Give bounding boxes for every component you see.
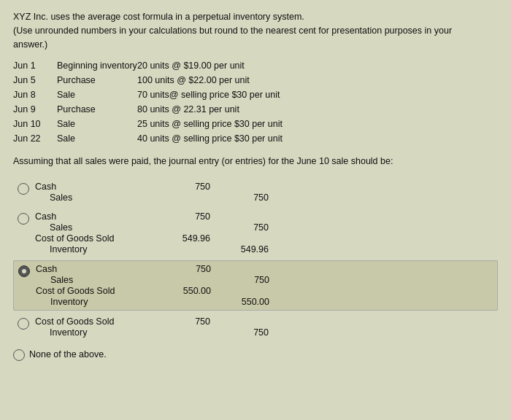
je-debit: 750 bbox=[167, 264, 218, 274]
je-account: Cash bbox=[35, 182, 166, 192]
inventory-row: Jun 1 Beginning inventory 20 units @ $19… bbox=[13, 58, 498, 73]
je-account: Cash bbox=[35, 211, 166, 222]
inv-label: Purchase bbox=[57, 73, 137, 88]
inv-label: Sale bbox=[57, 88, 137, 102]
inv-label: Sale bbox=[57, 131, 137, 146]
inv-date: Jun 10 bbox=[13, 117, 57, 131]
radio-A[interactable] bbox=[18, 183, 29, 195]
journal-entries-B: Cash750Sales750Cost of Goods Sold549.96I… bbox=[35, 211, 269, 254]
je-debit bbox=[166, 222, 218, 233]
je-credit: 750 bbox=[218, 275, 269, 285]
inventory-row: Jun 22 Sale 40 units @ selling price $30… bbox=[13, 131, 498, 146]
je-account: Inventory bbox=[35, 244, 166, 254]
je-debit bbox=[166, 192, 218, 203]
page-container: XYZ Inc. uses the average cost formula i… bbox=[0, 0, 511, 371]
je-account: Inventory bbox=[35, 327, 166, 338]
inv-detail: 100 units @ $22.00 per unit bbox=[137, 73, 498, 88]
je-account: Cost of Goods Sold bbox=[35, 316, 166, 327]
je-row: Sales750 bbox=[35, 222, 269, 233]
inv-detail: 25 units @ selling price $30 per unit bbox=[137, 117, 498, 131]
option-C[interactable]: Cash750Sales750Cost of Goods Sold550.00I… bbox=[13, 260, 498, 311]
journal-entries-A: Cash750Sales750 bbox=[35, 182, 269, 203]
je-account: Cash bbox=[36, 264, 167, 274]
option-content-A: Cash750Sales750 bbox=[35, 182, 269, 203]
option-A[interactable]: Cash750Sales750 bbox=[13, 179, 498, 206]
intro-block: XYZ Inc. uses the average cost formula i… bbox=[13, 10, 498, 51]
je-credit: 549.96 bbox=[218, 244, 269, 254]
inv-detail: 80 units @ 22.31 per unit bbox=[137, 102, 498, 117]
je-debit: 750 bbox=[166, 316, 218, 327]
radio-none[interactable] bbox=[13, 349, 25, 361]
je-credit: 750 bbox=[218, 327, 269, 338]
inventory-row: Jun 5 Purchase 100 units @ $22.00 per un… bbox=[13, 73, 498, 88]
je-row: Cost of Goods Sold550.00 bbox=[36, 286, 269, 296]
inventory-row: Jun 10 Sale 25 units @ selling price $30… bbox=[13, 117, 498, 131]
none-label: None of the above. bbox=[29, 349, 107, 359]
je-credit: 750 bbox=[218, 222, 269, 233]
option-content-B: Cash750Sales750Cost of Goods Sold549.96I… bbox=[35, 211, 269, 254]
inventory-table: Jun 1 Beginning inventory 20 units @ $19… bbox=[13, 58, 498, 146]
inv-date: Jun 5 bbox=[13, 73, 57, 88]
je-credit bbox=[218, 182, 269, 192]
inv-date: Jun 22 bbox=[13, 131, 57, 146]
intro-line2: (Use unrounded numbers in your calculati… bbox=[13, 24, 498, 38]
none-option[interactable]: None of the above. bbox=[13, 348, 498, 361]
je-credit: 550.00 bbox=[218, 297, 269, 307]
je-debit bbox=[167, 275, 218, 285]
je-debit: 550.00 bbox=[167, 286, 218, 296]
je-row: Inventory750 bbox=[35, 327, 269, 338]
inv-label: Beginning inventory bbox=[57, 58, 137, 73]
je-debit: 750 bbox=[166, 211, 218, 222]
radio-C[interactable] bbox=[18, 265, 30, 277]
je-row: Sales750 bbox=[36, 275, 269, 285]
je-debit bbox=[166, 327, 218, 338]
intro-line3: answer.) bbox=[13, 38, 498, 52]
je-credit: 750 bbox=[218, 192, 269, 203]
je-account: Sales bbox=[36, 275, 167, 285]
je-credit bbox=[218, 286, 269, 296]
je-row: Cash750 bbox=[36, 264, 269, 274]
je-debit bbox=[166, 244, 218, 254]
je-row: Cash750 bbox=[35, 182, 269, 192]
je-row: Inventory550.00 bbox=[36, 297, 269, 307]
je-row: Sales750 bbox=[35, 192, 269, 203]
inventory-row: Jun 9 Purchase 80 units @ 22.31 per unit bbox=[13, 102, 498, 117]
inv-date: Jun 8 bbox=[13, 88, 57, 102]
option-content-D: Cost of Goods Sold750Inventory750 bbox=[35, 316, 269, 338]
option-B[interactable]: Cash750Sales750Cost of Goods Sold549.96I… bbox=[13, 209, 498, 257]
je-account: Cost of Goods Sold bbox=[35, 233, 166, 244]
je-row: Cost of Goods Sold549.96 bbox=[35, 233, 269, 244]
inv-label: Purchase bbox=[57, 102, 137, 117]
je-account: Sales bbox=[35, 222, 166, 233]
je-account: Inventory bbox=[36, 297, 167, 307]
option-D[interactable]: Cost of Goods Sold750Inventory750 bbox=[13, 314, 498, 341]
options-list: Cash750Sales750Cash750Sales750Cost of Go… bbox=[13, 179, 498, 361]
je-credit bbox=[218, 316, 269, 327]
je-debit bbox=[167, 297, 218, 307]
inv-label: Sale bbox=[57, 117, 137, 131]
je-row: Cost of Goods Sold750 bbox=[35, 316, 269, 327]
inventory-row: Jun 8 Sale 70 units@ selling price $30 p… bbox=[13, 88, 498, 102]
je-credit bbox=[218, 264, 269, 274]
option-content-C: Cash750Sales750Cost of Goods Sold550.00I… bbox=[36, 264, 269, 307]
inv-date: Jun 9 bbox=[13, 102, 57, 117]
je-row: Cash750 bbox=[35, 211, 269, 222]
je-account: Cost of Goods Sold bbox=[36, 286, 167, 296]
journal-entries-C: Cash750Sales750Cost of Goods Sold550.00I… bbox=[36, 264, 269, 307]
je-credit bbox=[218, 233, 269, 244]
journal-entries-D: Cost of Goods Sold750Inventory750 bbox=[35, 316, 269, 338]
intro-line1: XYZ Inc. uses the average cost formula i… bbox=[13, 10, 498, 24]
je-credit bbox=[218, 211, 269, 222]
radio-B[interactable] bbox=[18, 213, 29, 225]
je-row: Inventory549.96 bbox=[35, 244, 269, 254]
je-debit: 750 bbox=[166, 182, 218, 192]
inv-date: Jun 1 bbox=[13, 58, 57, 73]
radio-D[interactable] bbox=[18, 318, 29, 330]
question-text: Assuming that all sales were paid, the j… bbox=[13, 155, 498, 168]
je-debit: 549.96 bbox=[166, 233, 218, 244]
je-account: Sales bbox=[35, 192, 166, 203]
inv-detail: 20 units @ $19.00 per unit bbox=[137, 58, 498, 73]
inv-detail: 70 units@ selling price $30 per unit bbox=[137, 88, 498, 102]
inv-detail: 40 units @ selling price $30 per unit bbox=[137, 131, 498, 146]
